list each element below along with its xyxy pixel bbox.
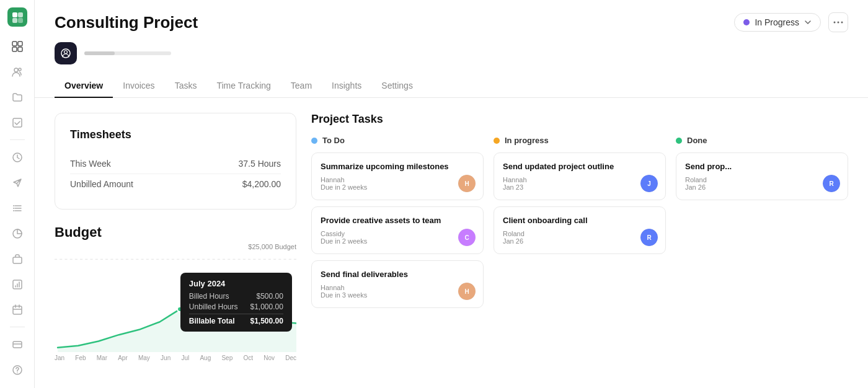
svg-rect-2 [12, 18, 17, 23]
sidebar-divider-1 [10, 139, 25, 140]
tab-time-tracking[interactable]: Time Tracking [206, 74, 280, 98]
project-title: Consulting Project [55, 13, 198, 32]
svg-rect-7 [18, 47, 22, 51]
sidebar-check-icon[interactable] [6, 112, 29, 133]
svg-rect-28 [13, 342, 22, 348]
month-may: May [138, 355, 150, 361]
timesheet-week-label: This Week [70, 159, 111, 169]
month-sep: Sep [221, 355, 232, 361]
tab-overview[interactable]: Overview [55, 74, 113, 98]
task-avatar-sendprop: R [823, 175, 840, 192]
svg-rect-24 [13, 306, 22, 314]
progress-bar [84, 51, 171, 55]
more-options-button[interactable] [828, 12, 848, 32]
task-due-onboarding: Jan 26 [503, 237, 523, 245]
task-card-deliverables: Send final deliverables Hannah Due in 3 … [311, 260, 484, 308]
svg-rect-3 [18, 18, 23, 23]
svg-point-34 [841, 22, 843, 24]
budget-chart: July 2024 Billed Hours $500.00 Unbilled … [55, 253, 296, 352]
svg-rect-4 [12, 42, 17, 46]
col-header-inprogress: In progress [494, 136, 666, 145]
done-label: Done [687, 136, 707, 145]
sidebar-users-icon[interactable] [6, 61, 29, 82]
svg-rect-5 [18, 42, 22, 46]
task-name-outline: Send updated project outline [503, 162, 657, 171]
timesheet-unbilled-value: $4,200.00 [242, 179, 281, 189]
chart-months: Jan Feb Mar Apr May Jun Jul Aug Sep Oct … [55, 355, 296, 361]
timesheet-row-unbilled: Unbilled Amount $4,200.00 [70, 174, 281, 194]
avatar-img-assets: C [458, 229, 476, 246]
task-due-outline: Jan 23 [503, 183, 523, 191]
svg-point-31 [17, 372, 18, 373]
month-jun: Jun [161, 355, 170, 361]
tasks-title: Project Tasks [311, 113, 848, 126]
month-jan: Jan [55, 355, 64, 361]
task-person-outline: Hannah [503, 176, 527, 183]
sidebar-report-icon[interactable] [6, 273, 29, 295]
task-meta-deliverables: Hannah Due in 3 weeks [321, 284, 474, 299]
task-name-sendprop: Send prop... [685, 162, 839, 171]
todo-dot [311, 138, 317, 144]
col-header-done: Done [676, 136, 848, 145]
sidebar-calendar-icon[interactable] [6, 299, 29, 320]
content-area: Timesheets This Week 37.5 Hours Unbilled… [35, 98, 868, 388]
sidebar-card-icon[interactable] [6, 333, 29, 355]
status-badge[interactable]: In Progress [734, 13, 821, 32]
task-person-onboarding: Roland [503, 230, 525, 237]
timesheets-title: Timesheets [70, 128, 281, 141]
task-name-onboarding: Client onboarding call [503, 216, 657, 225]
tab-settings[interactable]: Settings [371, 74, 423, 98]
task-meta-sendprop: Roland Jan 26 [685, 176, 839, 191]
tab-invoices[interactable]: Invoices [113, 74, 164, 98]
tasks-board: To Do Summarize upcoming milestones Hann… [311, 136, 848, 371]
left-column: Timesheets This Week 37.5 Hours Unbilled… [55, 113, 296, 373]
task-column-todo: To Do Summarize upcoming milestones Hann… [311, 136, 494, 371]
svg-point-33 [838, 22, 839, 24]
task-due-sendprop: Jan 26 [685, 183, 706, 191]
done-dot [676, 138, 682, 144]
header-top: Consulting Project In Progress [55, 12, 848, 32]
svg-point-32 [834, 22, 836, 24]
task-due-milestones: Due in 2 weeks [321, 183, 367, 191]
svg-point-38 [177, 307, 182, 312]
tab-tasks[interactable]: Tasks [165, 74, 207, 98]
inprogress-label: In progress [505, 136, 549, 145]
svg-point-16 [13, 208, 14, 209]
app-logo[interactable] [7, 7, 27, 27]
task-person-deliverables: Hannah [321, 284, 345, 291]
task-card-milestones: Summarize upcoming milestones Hannah Due… [311, 152, 484, 200]
task-avatar-assets: C [458, 229, 476, 246]
sidebar-clock-icon[interactable] [6, 146, 29, 168]
sidebar-pie-icon[interactable] [6, 223, 29, 244]
sidebar-help-icon[interactable] [6, 359, 29, 381]
budget-title: Budget [55, 224, 296, 240]
task-avatar-outline: J [640, 175, 658, 192]
month-mar: Mar [97, 355, 107, 361]
sidebar-briefcase-icon[interactable] [6, 248, 29, 270]
svg-rect-1 [18, 12, 23, 17]
timesheet-week-value: 37.5 Hours [239, 159, 281, 169]
month-apr: Apr [118, 355, 128, 361]
ellipsis-icon [833, 21, 843, 24]
avatar-img-deliverables: H [458, 283, 476, 300]
task-avatar-deliverables: H [458, 283, 476, 300]
inprogress-dot [494, 138, 500, 144]
sidebar-folder-icon[interactable] [6, 86, 29, 108]
project-meta [55, 42, 848, 64]
avatar-img-milestones: H [458, 175, 476, 192]
sidebar-grid-icon[interactable] [6, 35, 29, 57]
svg-rect-10 [13, 118, 22, 127]
tab-insights[interactable]: Insights [322, 74, 371, 98]
chart-svg [55, 253, 296, 352]
sidebar-send-icon[interactable] [6, 172, 29, 193]
task-person-milestones: Hannah [321, 176, 345, 183]
col-header-todo: To Do [311, 136, 484, 145]
task-avatar-milestones: H [458, 175, 476, 192]
budget-section: Budget $25,000 Budget J [55, 224, 296, 373]
timesheet-unbilled-label: Unbilled Amount [70, 179, 133, 189]
budget-limit-label: $25,000 Budget [55, 243, 296, 250]
main-content: Consulting Project In Progress [35, 0, 868, 388]
sidebar-list-icon[interactable] [6, 197, 29, 219]
svg-point-15 [13, 205, 14, 206]
tab-team[interactable]: Team [281, 74, 322, 98]
